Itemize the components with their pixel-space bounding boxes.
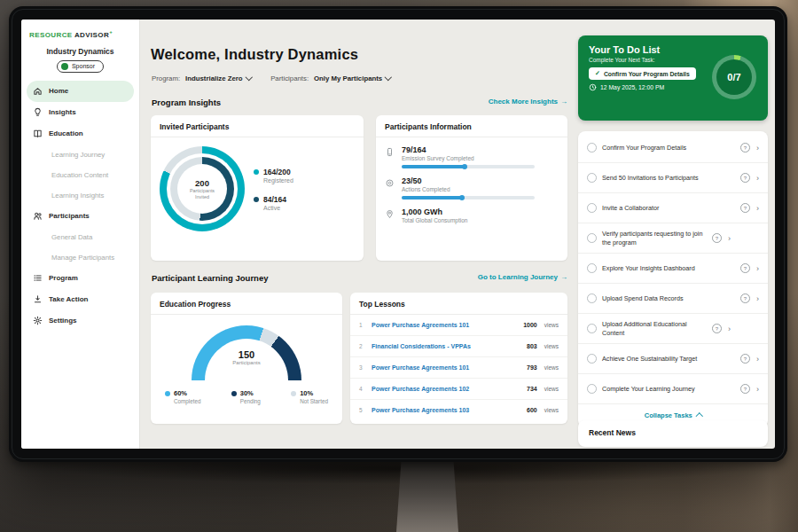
card-title: Top Lessons [350,293,567,315]
sidebar-item-education[interactable]: Education [27,123,134,145]
task-row[interactable]: Achieve One Sustainability Target ? › [578,344,768,374]
arrow-right-icon: → [560,98,567,106]
task-checkbox[interactable] [587,324,597,333]
lesson-rank: 5 [359,407,366,413]
lesson-views-label: views [544,386,559,392]
download-icon [33,294,43,304]
legend-value: 10% [300,389,313,397]
monitor-stand [396,459,458,532]
task-checkbox[interactable] [587,143,597,153]
program-filter-label: Program: [152,74,180,82]
sidebar-item-learning-journey[interactable]: Learning Journey [27,145,134,165]
task-checkbox[interactable] [587,173,597,183]
check-more-insights-link[interactable]: Check More Insights → [489,98,567,106]
sidebar-item-program[interactable]: Program [27,268,134,289]
lesson-row: 2 Financial Considerations - VPPAs 803 v… [350,336,567,357]
chevron-right-icon[interactable]: › [756,355,759,364]
chevron-right-icon[interactable]: › [728,234,731,243]
lesson-views: 803 [527,343,537,349]
task-checkbox[interactable] [587,233,597,243]
task-checkbox[interactable] [587,203,597,213]
help-icon[interactable]: ? [740,293,750,303]
help-icon[interactable]: ? [740,173,750,183]
page-title: Welcome, Industry Dynamics [151,46,358,63]
task-row[interactable]: Send 50 Invitations to Participants ? › [578,163,768,193]
task-label: Achieve One Sustainability Target [602,355,735,363]
lesson-link[interactable]: Power Purchase Agreements 101 [372,364,521,371]
chevron-right-icon[interactable]: › [756,144,759,153]
chevron-right-icon[interactable]: › [756,204,759,213]
task-row[interactable]: Invite a Collaborator ? › [578,193,768,223]
org-name: Industry Dynamics [21,47,139,56]
education-progress-gauge-chart: 150 Participants [192,325,301,380]
sidebar-item-label: Education [49,129,83,137]
card-title: Invited Participants [151,115,364,137]
participants-filter-dropdown[interactable]: Only My Participants [314,74,391,82]
help-icon[interactable]: ? [740,384,750,394]
clock-icon [589,83,597,91]
help-icon[interactable]: ? [740,143,750,153]
sidebar-item-education-content[interactable]: Education Content [27,165,134,185]
task-row[interactable]: Complete Your Learning Journey ? › [578,374,768,404]
sidebar-item-label: Settings [49,317,77,325]
program-filter-dropdown[interactable]: Industrialize Zero [185,74,251,82]
help-icon[interactable]: ? [740,263,750,273]
sidebar-item-learning-insights[interactable]: Learning Insights [27,185,134,206]
lesson-views: 1000 [523,322,537,328]
lesson-link[interactable]: Power Purchase Agreements 102 [372,386,521,392]
help-icon[interactable]: ? [740,354,750,364]
lesson-views-label: views [544,407,559,413]
chevron-right-icon[interactable]: › [756,264,759,273]
legend-dot [231,391,237,396]
task-row[interactable]: Explore Your Insights Dashboard ? › [578,254,768,284]
task-row[interactable]: Verify participants requesting to join t… [578,223,768,254]
task-row[interactable]: Upload Spend Data Records ? › [578,284,768,314]
program-filter-value: Industrialize Zero [185,74,243,82]
logo-primary: RESOURCE [29,31,73,39]
chevron-right-icon[interactable]: › [756,174,759,183]
task-row[interactable]: Upload Additional Educational Content ? … [578,314,768,344]
lesson-rank: 1 [359,322,366,328]
progress-bar-fill [402,196,463,200]
task-label: Confirm Your Program Details [602,144,735,152]
task-label: Invite a Collaborator [602,204,735,212]
chevron-up-icon [696,413,703,420]
task-checkbox[interactable] [587,263,597,273]
task-row[interactable]: Confirm Your Program Details ? › [578,133,768,163]
chevron-right-icon[interactable]: › [728,325,731,333]
help-icon[interactable]: ? [740,203,750,213]
info-row-consumption: 1,000 GWh Total Global Consumption [376,200,567,223]
education-progress-card: Education Progress 150 Participants 60% … [151,293,342,424]
sidebar-item-manage-participants[interactable]: Manage Participants [27,247,134,268]
todo-title: Your To Do List [578,35,768,57]
lesson-link[interactable]: Power Purchase Agreements 103 [372,407,521,413]
chevron-right-icon[interactable]: › [756,294,759,303]
sidebar-item-general-data[interactable]: General Data [27,227,134,247]
task-label: Complete Your Learning Journey [602,385,735,393]
help-icon[interactable]: ? [712,233,722,243]
task-checkbox[interactable] [587,354,597,364]
sidebar-item-participants[interactable]: Participants [27,206,134,227]
legend-dot [291,391,296,396]
lesson-link[interactable]: Power Purchase Agreements 101 [372,322,518,328]
sidebar-item-take-action[interactable]: Take Action [27,289,134,310]
sidebar-item-label: Home [49,87,68,95]
app-screen: RESOURCE ADVISOR+ Industry Dynamics Spon… [21,20,775,449]
legend-item-pending: 30% Pending [231,389,261,404]
legend-value: 60% [174,389,187,397]
sidebar-item-home[interactable]: Home [27,81,134,102]
go-to-learning-journey-link[interactable]: Go to Learning Journey → [478,273,567,281]
chevron-right-icon[interactable]: › [756,385,759,394]
sidebar-item-label: Manage Participants [51,254,114,262]
task-checkbox[interactable] [587,384,597,394]
sidebar-item-settings[interactable]: Settings [27,310,134,332]
task-checkbox[interactable] [587,293,597,303]
learning-journey-heading: Participant Learning Journey [152,273,268,283]
due-date-text: 12 May 2025, 12:00 PM [600,84,664,90]
sponsor-badge[interactable]: Sponsor [57,60,104,73]
donut-center-label: Participants Invited [185,188,219,200]
help-icon[interactable]: ? [712,324,722,333]
next-task-chip[interactable]: ✓ Confirm Your Program Details [589,67,696,80]
lesson-link[interactable]: Financial Considerations - VPPAs [372,343,521,349]
sidebar-item-insights[interactable]: Insights [27,102,134,123]
